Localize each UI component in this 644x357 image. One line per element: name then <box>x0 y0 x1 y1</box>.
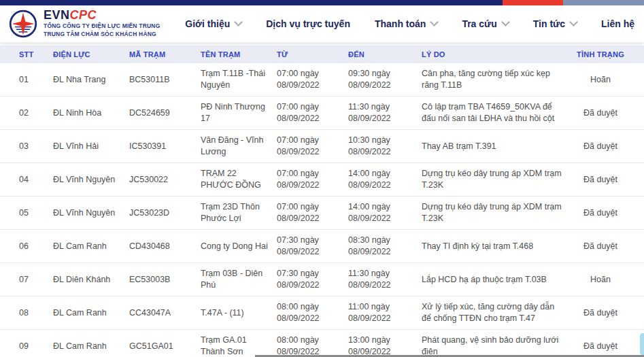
cell-tu: 07:30 ngày 08/09/2022 <box>277 230 348 263</box>
main-nav: Giới thiệu Dịch vụ trực tuyến Thanh toán… <box>185 18 637 29</box>
cell-tinh_trang: Đã duyệt <box>575 230 644 263</box>
cell-ly_do: Phát quang, vệ sinh bảo dưỡng lưới điện <box>422 330 575 357</box>
cell-stt: 03 <box>0 130 53 163</box>
nav-item-dich-vu-truc-tuyen[interactable]: Dịch vụ trực tuyến <box>266 18 350 29</box>
cell-ly_do: Lắp HCD hạ áp thuộc trạm T.03B <box>422 263 575 296</box>
cell-tinh_trang: Đã duyệt <box>575 330 644 357</box>
table-row: 07ĐL Diên KhánhEC53003BTrạm 03B - Diên P… <box>0 263 644 296</box>
nav-item-tin-tuc[interactable]: Tin tức <box>533 18 577 29</box>
top-accent-bar <box>0 0 644 5</box>
cell-ly_do: Thay TI định kỳ tại trạm T.468 <box>422 230 575 263</box>
column-header-dien-luc: ĐIỆN LỰC <box>53 46 129 63</box>
cell-ma_tram: JC530022 <box>129 163 201 197</box>
cell-ten_tram: Trạm T.11B -Thái Nguyên <box>201 63 277 97</box>
cell-ma_tram: CC43047A <box>129 296 201 330</box>
nav-label: Dịch vụ trực tuyến <box>266 18 350 29</box>
nav-label: Liên hệ <box>601 18 634 29</box>
cell-dien_luc: ĐL Diên Khánh <box>53 263 129 296</box>
column-header-tu: TỪ <box>277 46 348 63</box>
column-header-den: ĐẾN <box>348 46 422 63</box>
chevron-down-icon <box>430 18 439 27</box>
cell-den: 11:30 ngày 08/09/2022 <box>348 97 422 130</box>
cell-tu: 08:00 ngày 08/09/2022 <box>277 296 348 330</box>
cell-den: 09:30 ngày 08/09/2022 <box>348 63 422 97</box>
site-header: EVNCPC TỔNG CÔNG TY ĐIỆN LỰC MIỀN TRUNG … <box>0 5 644 42</box>
cell-ly_do: Cân pha, tăng cường tiếp xúc kẹp răng T.… <box>422 63 575 97</box>
company-line-2: TRUNG TÂM CHĂM SÓC KHÁCH HÀNG <box>44 31 160 39</box>
table-row: 09ĐL Cam RanhGC51GA01Trạm GA.01 Thành Sơ… <box>0 330 644 357</box>
cell-stt: 06 <box>0 230 53 263</box>
chevron-down-icon <box>234 18 243 27</box>
cell-tu: 07:00 ngày 08/09/2022 <box>277 63 348 97</box>
cell-ten_tram: Văn Đăng - Vĩnh Lương <box>201 130 277 163</box>
cell-tu: 07:00 ngày 08/09/2022 <box>277 163 348 197</box>
cell-stt: 09 <box>0 330 53 357</box>
evn-star-logo-icon <box>8 9 38 39</box>
floating-widget-edge <box>640 333 644 355</box>
table-row: 02ĐL Ninh HòaDC524659PĐ Ninh Thượng 1707… <box>0 97 644 130</box>
cell-tu: 08:00 ngày 08/09/2022 <box>277 330 348 357</box>
cell-den: 10:30 ngày 08/09/2022 <box>348 130 422 163</box>
cell-ly_do: Xử lý tiếp xúc, tăng cường dây dẫn để ch… <box>422 296 575 330</box>
cell-stt: 05 <box>0 197 53 230</box>
cell-ten_tram: T.47A - (11) <box>201 296 277 330</box>
table-row: 04ĐL Vĩnh NguyênJC530022TRẠM 22 PHƯỚC ĐỒ… <box>0 163 644 197</box>
table-row: 08ĐL Cam RanhCC43047AT.47A - (11)08:00 n… <box>0 296 644 330</box>
top-accent-slate-segment <box>563 0 644 5</box>
cell-den: 11:00 ngày 08/09/2022 <box>348 296 422 330</box>
nav-label: Giới thiệu <box>185 18 230 29</box>
cell-den: 14:00 ngày 08/09/2022 <box>348 197 422 230</box>
outage-schedule-section: STT ĐIỆN LỰC MÃ TRẠM TÊN TRẠM TỪ ĐẾN LÝ … <box>0 46 644 357</box>
cell-ten_tram: Trạm 23D Thôn Phước Lợi <box>201 197 277 230</box>
nav-label: Tra cứu <box>462 18 496 29</box>
chevron-down-icon <box>501 18 510 27</box>
column-header-ten-tram: TÊN TRẠM <box>201 46 277 63</box>
logo-text: EVNCPC TỔNG CÔNG TY ĐIỆN LỰC MIỀN TRUNG … <box>44 9 160 39</box>
cell-ly_do: Cô lập trạm TBA T4659_50KVA để đấu nối s… <box>422 97 575 130</box>
column-header-stt: STT <box>0 46 53 63</box>
column-header-ma-tram: MÃ TRẠM <box>129 46 201 63</box>
cell-tu: 07:30 ngày 08/09/2022 <box>277 263 348 296</box>
cell-tinh_trang: Đã duyệt <box>575 296 644 330</box>
cell-tinh_trang: Hoãn <box>575 63 644 97</box>
cell-ma_tram: JC53023D <box>129 197 201 230</box>
cell-den: 11:30 ngày 08/09/2022 <box>348 263 422 296</box>
cell-ten_tram: Trạm GA.01 Thành Sơn <box>201 330 277 357</box>
column-header-tinh-trang: TÌNH TRẠNG <box>575 46 644 63</box>
cell-ten_tram: Cong ty Dong Hai <box>201 230 277 263</box>
cell-ten_tram: Trạm 03B - Diên Phú <box>201 263 277 296</box>
outage-table: STT ĐIỆN LỰC MÃ TRẠM TÊN TRẠM TỪ ĐẾN LÝ … <box>0 46 644 357</box>
chevron-down-icon <box>569 18 578 27</box>
nav-item-gioi-thieu[interactable]: Giới thiệu <box>185 18 241 29</box>
cell-dien_luc: ĐL Vĩnh Hải <box>53 130 129 163</box>
cell-ma_tram: BC53011B <box>129 63 201 97</box>
cell-ma_tram: IC530391 <box>129 130 201 163</box>
cell-den: 14:00 ngày 08/09/2022 <box>348 163 422 197</box>
table-row: 06ĐL Cam RanhCD430468Cong ty Dong Hai07:… <box>0 230 644 263</box>
nav-item-lien-he[interactable]: Liên hệ <box>601 18 634 29</box>
cell-dien_luc: ĐL Cam Ranh <box>53 230 129 263</box>
cell-ly_do: Dựng trụ kéo dây trung áp XDM trạm T.23K <box>422 163 575 197</box>
cell-tinh_trang: Đã duyệt <box>575 130 644 163</box>
cell-dien_luc: ĐL Vĩnh Nguyên <box>53 197 129 230</box>
cell-stt: 08 <box>0 296 53 330</box>
nav-item-thanh-toan[interactable]: Thanh toán <box>375 18 437 29</box>
brand-name: EVNCPC <box>44 9 160 22</box>
cell-ma_tram: EC53003B <box>129 263 201 296</box>
cell-tinh_trang: Đã duyệt <box>575 197 644 230</box>
cell-ma_tram: CD430468 <box>129 230 201 263</box>
cell-ly_do: Thay AB trạm T.391 <box>422 130 575 163</box>
table-row: 05ĐL Vĩnh NguyênJC53023DTrạm 23D Thôn Ph… <box>0 197 644 230</box>
nav-item-tra-cuu[interactable]: Tra cứu <box>462 18 508 29</box>
cell-dien_luc: ĐL Nha Trang <box>53 63 129 97</box>
cell-tinh_trang: Đã duyệt <box>575 163 644 197</box>
cell-tinh_trang: Đã duyệt <box>575 97 644 130</box>
brand-evn: EVN <box>44 8 70 22</box>
column-header-ly-do: LÝ DO <box>422 46 575 63</box>
cell-tu: 07:00 ngày 08/09/2022 <box>277 97 348 130</box>
cell-ma_tram: DC524659 <box>129 97 201 130</box>
cell-den: 13:00 ngày 08/09/2022 <box>348 330 422 357</box>
evncpc-logo[interactable]: EVNCPC TỔNG CÔNG TY ĐIỆN LỰC MIỀN TRUNG … <box>8 9 160 39</box>
cell-stt: 01 <box>0 63 53 97</box>
nav-label: Thanh toán <box>375 18 426 29</box>
